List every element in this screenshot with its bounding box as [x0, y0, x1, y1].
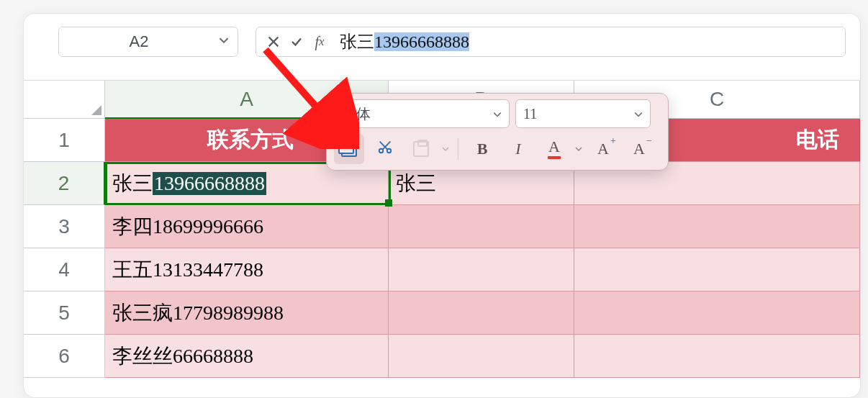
formula-input[interactable]: 张三13966668888 [340, 30, 469, 53]
cell-A4[interactable]: 王五13133447788 [105, 248, 389, 291]
chevron-down-icon[interactable] [575, 143, 582, 155]
chevron-down-icon [634, 106, 643, 122]
cell-A3[interactable]: 李四18699996666 [105, 205, 389, 248]
cell-B3[interactable] [389, 205, 574, 248]
row-header-3[interactable]: 3 [24, 205, 105, 248]
cell-A2-number-highlight: 13966668888 [153, 172, 266, 195]
shrink-font-A: A [633, 140, 645, 158]
cut-button[interactable] [370, 134, 400, 164]
grow-font-button[interactable]: A+ [588, 134, 618, 164]
cell-C1-text: 电话 [796, 125, 839, 155]
svg-point-1 [387, 149, 392, 153]
cell-A5[interactable]: 张三疯17798989988 [105, 291, 389, 335]
bold-button[interactable]: B [467, 134, 497, 164]
minus-icon: − [646, 135, 652, 147]
chevron-down-icon[interactable] [219, 35, 229, 48]
fx-icon[interactable]: fx [308, 30, 331, 53]
font-color-A: A [548, 139, 560, 155]
cancel-edit-icon[interactable] [262, 30, 285, 53]
row-header-5[interactable]: 5 [24, 291, 105, 335]
copy-icon [341, 141, 357, 157]
clipboard-icon [413, 141, 429, 157]
row-header-2[interactable]: 2 [24, 162, 105, 205]
font-color-swatch [548, 156, 561, 159]
name-box-value: A2 [59, 32, 219, 51]
chevron-down-icon[interactable] [442, 143, 449, 155]
confirm-edit-icon[interactable] [285, 30, 308, 53]
cell-C5[interactable] [574, 291, 860, 335]
row-header-6[interactable]: 6 [24, 335, 105, 378]
cell-C4[interactable] [574, 248, 860, 291]
formula-bar-row: A2 fx 张三13966668888 [24, 14, 860, 70]
name-box[interactable]: A2 [58, 27, 238, 57]
formula-bar[interactable]: fx 张三13966668888 [256, 27, 846, 57]
formula-text-selected: 13966668888 [374, 32, 469, 51]
formula-text-prefix: 张三 [340, 32, 374, 51]
svg-point-0 [379, 149, 384, 153]
font-size-dropdown[interactable]: 11 [515, 99, 651, 128]
cell-A2-name: 张三 [112, 170, 153, 197]
font-family-value: 宋体 [342, 104, 493, 124]
select-all-corner[interactable] [24, 81, 105, 119]
shrink-font-button[interactable]: A− [624, 134, 654, 164]
font-color-button[interactable]: A [539, 134, 569, 164]
cell-A6[interactable]: 李丝丝66668888 [105, 335, 389, 378]
row-header-1[interactable]: 1 [24, 119, 105, 162]
paste-button[interactable] [406, 134, 436, 164]
grow-font-A: A [597, 140, 609, 158]
separator [458, 138, 458, 160]
chevron-down-icon [493, 106, 502, 122]
plus-icon: + [610, 135, 616, 147]
row-header-4[interactable]: 4 [24, 248, 105, 291]
font-size-value: 11 [523, 106, 634, 122]
cell-C3[interactable] [574, 205, 860, 248]
mini-toolbar: 宋体 11 B [326, 93, 669, 171]
cell-B5[interactable] [389, 291, 574, 335]
cell-B4[interactable] [389, 248, 574, 291]
copy-button[interactable] [334, 134, 364, 164]
cell-B6[interactable] [389, 335, 574, 378]
font-family-dropdown[interactable]: 宋体 [334, 99, 510, 128]
cell-C6[interactable] [574, 335, 860, 378]
italic-button[interactable]: I [503, 134, 533, 164]
scissors-icon [377, 139, 393, 159]
row-headers: 1 2 3 4 5 6 [24, 119, 105, 378]
